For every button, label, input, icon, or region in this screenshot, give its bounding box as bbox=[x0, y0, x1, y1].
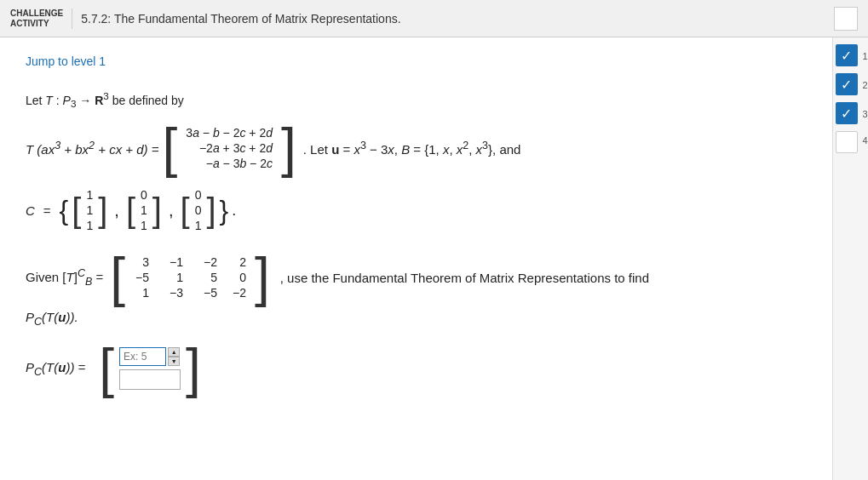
right-bracket: ] bbox=[281, 121, 296, 175]
left-bracket: [ bbox=[163, 121, 178, 175]
level-2-container: ✓ 2 bbox=[836, 73, 866, 95]
pc-find-line: PC(T(u)). bbox=[26, 310, 807, 328]
given-line: Given [T]CB = [ 3 −1 −2 2 −5 1 5 0 bbox=[26, 250, 807, 305]
transform-line: T (ax3 + bx2 + cx + d) = [ 3a − b − 2c +… bbox=[26, 121, 807, 175]
row1-input[interactable] bbox=[119, 347, 166, 366]
arrow-up-button[interactable]: ▲ bbox=[168, 347, 180, 357]
answer-matrix: [ ▲ ▼ ] bbox=[99, 341, 201, 396]
level-3-number: 3 bbox=[862, 109, 867, 119]
level-1-number: 1 bbox=[862, 51, 867, 61]
top-bar: CHALLENGE ACTIVITY 5.7.2: The Fundamenta… bbox=[0, 0, 868, 37]
input-column: ▲ ▼ bbox=[114, 344, 186, 393]
arrow-down-button[interactable]: ▼ bbox=[168, 357, 180, 366]
row1-input-group: ▲ ▼ bbox=[119, 347, 181, 366]
input-matrix-right-bracket: ] bbox=[186, 341, 201, 396]
window-icon[interactable] bbox=[834, 7, 858, 31]
page-title: 5.7.2: The Fundamental Theorem of Matrix… bbox=[81, 12, 400, 26]
c-vector-1: [ 1 1 1 ] bbox=[72, 187, 107, 233]
row2-input[interactable] bbox=[119, 369, 181, 390]
matrix-entries: 3a − b − 2c + 2d −2a + 3c + 2d −a − 3b −… bbox=[179, 125, 279, 171]
level-1-check[interactable]: ✓ bbox=[836, 44, 858, 66]
jump-to-level-link[interactable]: Jump to level 1 bbox=[26, 54, 106, 68]
c-vector-2: [ 0 1 1 ] bbox=[126, 187, 162, 233]
level-4-empty[interactable] bbox=[836, 131, 858, 153]
c-definition-line: C = { [ 1 1 1 ] , [ 0 1 1 bbox=[26, 187, 807, 233]
c-vector-3: [ 0 0 1 ] bbox=[181, 187, 216, 233]
level-3-check[interactable]: ✓ bbox=[836, 102, 858, 124]
pc-input-section: PC(T(u)) = [ ▲ ▼ ] bbox=[26, 341, 807, 396]
transform-matrix: [ 3a − b − 2c + 2d −2a + 3c + 2d −a − 3b… bbox=[163, 121, 296, 175]
content-area: Jump to level 1 Let T : P3 → R3 be defin… bbox=[0, 37, 832, 480]
level-2-number: 2 bbox=[862, 80, 867, 90]
level-2-check[interactable]: ✓ bbox=[836, 73, 858, 95]
input-matrix-left-bracket: [ bbox=[99, 341, 114, 396]
main-layout: Jump to level 1 Let T : P3 → R3 be defin… bbox=[0, 37, 868, 480]
right-sidebar: ✓ 1 ✓ 2 ✓ 3 4 bbox=[832, 37, 868, 480]
intro-line: Let T : P3 → R3 be defined by bbox=[26, 90, 807, 109]
level-3-container: ✓ 3 bbox=[836, 102, 866, 124]
level-4-container: 4 bbox=[836, 131, 866, 153]
given-matrix: [ 3 −1 −2 2 −5 1 5 0 1 bbox=[110, 250, 270, 305]
level-1-container: ✓ 1 bbox=[836, 44, 866, 66]
spinner-arrows: ▲ ▼ bbox=[168, 347, 180, 366]
level-4-number: 4 bbox=[862, 135, 867, 146]
challenge-activity-label: CHALLENGE ACTIVITY bbox=[10, 9, 72, 29]
